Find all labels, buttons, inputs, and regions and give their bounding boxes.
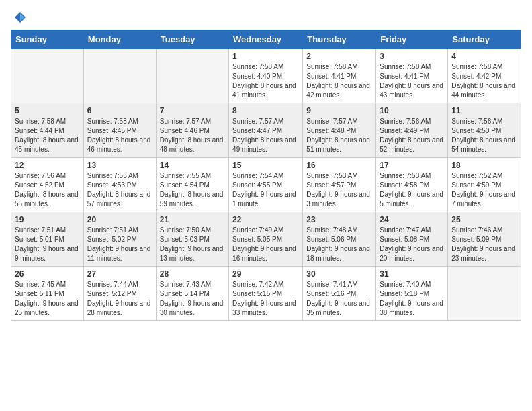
- day-number: 4: [451, 52, 517, 61]
- day-header-saturday: Saturday: [448, 30, 521, 49]
- day-info: Sunrise: 7:41 AM Sunset: 5:16 PM Dayligh…: [306, 280, 372, 318]
- day-info: Sunrise: 7:58 AM Sunset: 4:40 PM Dayligh…: [232, 62, 299, 100]
- day-cell: [83, 49, 156, 103]
- calendar-week-1: 1Sunrise: 7:58 AM Sunset: 4:40 PM Daylig…: [11, 49, 521, 103]
- day-info: Sunrise: 7:55 AM Sunset: 4:54 PM Dayligh…: [160, 171, 225, 209]
- day-info: Sunrise: 7:46 AM Sunset: 5:09 PM Dayligh…: [451, 226, 517, 263]
- day-header-monday: Monday: [83, 30, 156, 49]
- day-number: 22: [232, 215, 299, 224]
- day-cell: 27Sunrise: 7:44 AM Sunset: 5:12 PM Dayli…: [83, 267, 156, 321]
- day-number: 20: [87, 215, 152, 224]
- day-cell: [156, 49, 228, 103]
- day-number: 14: [160, 161, 225, 170]
- day-number: 3: [380, 52, 444, 61]
- day-number: 13: [87, 161, 152, 170]
- day-info: Sunrise: 7:44 AM Sunset: 5:12 PM Dayligh…: [87, 280, 152, 318]
- day-cell: 16Sunrise: 7:53 AM Sunset: 4:57 PM Dayli…: [303, 158, 376, 212]
- day-info: Sunrise: 7:53 AM Sunset: 4:57 PM Dayligh…: [306, 171, 372, 209]
- day-cell: 18Sunrise: 7:52 AM Sunset: 4:59 PM Dayli…: [448, 158, 521, 212]
- day-info: Sunrise: 7:52 AM Sunset: 4:59 PM Dayligh…: [451, 171, 517, 209]
- day-cell: 28Sunrise: 7:43 AM Sunset: 5:14 PM Dayli…: [156, 267, 228, 321]
- day-cell: 26Sunrise: 7:45 AM Sunset: 5:11 PM Dayli…: [11, 267, 84, 321]
- calendar-week-5: 26Sunrise: 7:45 AM Sunset: 5:11 PM Dayli…: [11, 267, 521, 321]
- day-number: 19: [15, 215, 80, 224]
- day-header-thursday: Thursday: [303, 30, 376, 49]
- day-header-tuesday: Tuesday: [156, 30, 228, 49]
- day-cell: 21Sunrise: 7:50 AM Sunset: 5:03 PM Dayli…: [156, 212, 228, 267]
- day-info: Sunrise: 7:51 AM Sunset: 5:02 PM Dayligh…: [87, 226, 152, 263]
- day-cell: 22Sunrise: 7:49 AM Sunset: 5:05 PM Dayli…: [229, 212, 303, 267]
- day-cell: 19Sunrise: 7:51 AM Sunset: 5:01 PM Dayli…: [11, 212, 84, 267]
- day-cell: 30Sunrise: 7:41 AM Sunset: 5:16 PM Dayli…: [303, 267, 376, 321]
- day-cell: 2Sunrise: 7:58 AM Sunset: 4:41 PM Daylig…: [303, 49, 376, 103]
- day-cell: 11Sunrise: 7:56 AM Sunset: 4:50 PM Dayli…: [448, 103, 521, 158]
- day-cell: [11, 49, 84, 103]
- day-info: Sunrise: 7:55 AM Sunset: 4:53 PM Dayligh…: [87, 171, 152, 209]
- day-info: Sunrise: 7:51 AM Sunset: 5:01 PM Dayligh…: [15, 226, 80, 263]
- logo: [13, 11, 30, 24]
- day-info: Sunrise: 7:49 AM Sunset: 5:05 PM Dayligh…: [232, 226, 299, 263]
- day-number: 5: [15, 106, 80, 116]
- day-cell: 25Sunrise: 7:46 AM Sunset: 5:09 PM Dayli…: [448, 212, 521, 267]
- day-info: Sunrise: 7:40 AM Sunset: 5:18 PM Dayligh…: [380, 280, 444, 318]
- day-cell: 12Sunrise: 7:56 AM Sunset: 4:52 PM Dayli…: [11, 158, 84, 212]
- day-cell: 15Sunrise: 7:54 AM Sunset: 4:55 PM Dayli…: [229, 158, 303, 212]
- day-info: Sunrise: 7:42 AM Sunset: 5:15 PM Dayligh…: [232, 280, 299, 318]
- day-number: 26: [15, 269, 80, 279]
- day-info: Sunrise: 7:43 AM Sunset: 5:14 PM Dayligh…: [160, 280, 225, 318]
- day-number: 24: [380, 215, 444, 224]
- day-info: Sunrise: 7:57 AM Sunset: 4:47 PM Dayligh…: [232, 117, 299, 154]
- day-info: Sunrise: 7:53 AM Sunset: 4:58 PM Dayligh…: [380, 171, 444, 209]
- day-cell: 10Sunrise: 7:56 AM Sunset: 4:49 PM Dayli…: [376, 103, 448, 158]
- day-cell: 31Sunrise: 7:40 AM Sunset: 5:18 PM Dayli…: [376, 267, 448, 321]
- day-cell: 13Sunrise: 7:55 AM Sunset: 4:53 PM Dayli…: [83, 158, 156, 212]
- day-cell: 5Sunrise: 7:58 AM Sunset: 4:44 PM Daylig…: [11, 103, 84, 158]
- day-number: 23: [306, 215, 372, 224]
- calendar-table: SundayMondayTuesdayWednesdayThursdayFrid…: [11, 30, 521, 321]
- day-info: Sunrise: 7:50 AM Sunset: 5:03 PM Dayligh…: [160, 226, 225, 263]
- day-number: 6: [87, 106, 152, 116]
- day-cell: 6Sunrise: 7:58 AM Sunset: 4:45 PM Daylig…: [83, 103, 156, 158]
- day-number: 12: [15, 161, 80, 170]
- page: SundayMondayTuesdayWednesdayThursdayFrid…: [0, 0, 532, 326]
- day-cell: 23Sunrise: 7:48 AM Sunset: 5:06 PM Dayli…: [303, 212, 376, 267]
- day-info: Sunrise: 7:45 AM Sunset: 5:11 PM Dayligh…: [15, 280, 80, 318]
- day-info: Sunrise: 7:48 AM Sunset: 5:06 PM Dayligh…: [306, 226, 372, 263]
- day-header-friday: Friday: [376, 30, 448, 49]
- header: [0, 0, 532, 30]
- day-info: Sunrise: 7:57 AM Sunset: 4:48 PM Dayligh…: [306, 117, 372, 154]
- day-number: 8: [232, 106, 299, 116]
- day-info: Sunrise: 7:56 AM Sunset: 4:52 PM Dayligh…: [15, 171, 80, 209]
- day-number: 9: [306, 106, 372, 116]
- calendar-week-4: 19Sunrise: 7:51 AM Sunset: 5:01 PM Dayli…: [11, 212, 521, 267]
- day-cell: 7Sunrise: 7:57 AM Sunset: 4:46 PM Daylig…: [156, 103, 228, 158]
- logo-icon: [13, 11, 27, 24]
- day-cell: 1Sunrise: 7:58 AM Sunset: 4:40 PM Daylig…: [229, 49, 303, 103]
- day-cell: 8Sunrise: 7:57 AM Sunset: 4:47 PM Daylig…: [229, 103, 303, 158]
- calendar-wrapper: SundayMondayTuesdayWednesdayThursdayFrid…: [0, 30, 532, 326]
- day-info: Sunrise: 7:58 AM Sunset: 4:41 PM Dayligh…: [306, 62, 372, 100]
- day-number: 31: [380, 269, 444, 279]
- day-number: 27: [87, 269, 152, 279]
- day-cell: 3Sunrise: 7:58 AM Sunset: 4:41 PM Daylig…: [376, 49, 448, 103]
- day-number: 1: [232, 52, 299, 61]
- day-cell: 20Sunrise: 7:51 AM Sunset: 5:02 PM Dayli…: [83, 212, 156, 267]
- day-number: 10: [380, 106, 444, 116]
- day-number: 7: [160, 106, 225, 116]
- day-info: Sunrise: 7:58 AM Sunset: 4:42 PM Dayligh…: [451, 62, 517, 100]
- day-header-sunday: Sunday: [11, 30, 84, 49]
- day-info: Sunrise: 7:56 AM Sunset: 4:50 PM Dayligh…: [451, 117, 517, 154]
- day-cell: 24Sunrise: 7:47 AM Sunset: 5:08 PM Dayli…: [376, 212, 448, 267]
- day-number: 2: [306, 52, 372, 61]
- day-info: Sunrise: 7:57 AM Sunset: 4:46 PM Dayligh…: [160, 117, 225, 154]
- day-cell: 14Sunrise: 7:55 AM Sunset: 4:54 PM Dayli…: [156, 158, 228, 212]
- day-number: 15: [232, 161, 299, 170]
- day-info: Sunrise: 7:54 AM Sunset: 4:55 PM Dayligh…: [232, 171, 299, 209]
- day-number: 29: [232, 269, 299, 279]
- day-number: 30: [306, 269, 372, 279]
- day-number: 18: [451, 161, 517, 170]
- day-info: Sunrise: 7:56 AM Sunset: 4:49 PM Dayligh…: [380, 117, 444, 154]
- day-header-wednesday: Wednesday: [229, 30, 303, 49]
- day-cell: 4Sunrise: 7:58 AM Sunset: 4:42 PM Daylig…: [448, 49, 521, 103]
- day-number: 17: [380, 161, 444, 170]
